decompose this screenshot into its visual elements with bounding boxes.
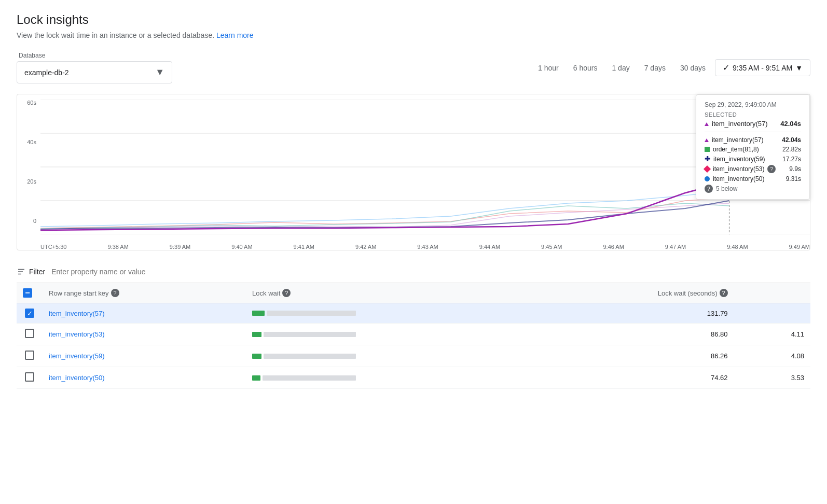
y-label-0: 0: [33, 218, 36, 224]
legend-value-4: 9.9s: [789, 165, 801, 173]
filter-bar: Filter: [17, 261, 810, 283]
tooltip-time: Sep 29, 2022, 9:49:00 AM: [705, 101, 801, 108]
help-icon-five-below[interactable]: ?: [705, 185, 713, 193]
time-btn-1d[interactable]: 1 day: [607, 61, 635, 75]
chart-tooltip: Sep 29, 2022, 9:49:00 AM SELECTED item_i…: [696, 94, 810, 200]
row3-key-cell: item_inventory(59): [43, 345, 246, 367]
bar-gray-1: [267, 311, 356, 316]
y-axis: 60s 40s 20s 0: [17, 94, 40, 250]
row1-key-cell: item_inventory(57): [43, 303, 246, 324]
th-checkbox: −: [17, 283, 43, 303]
row4-checkbox[interactable]: [25, 372, 34, 382]
row2-lockwait-cell: [246, 324, 531, 345]
time-btn-1h[interactable]: 1 hour: [533, 61, 564, 75]
row1-checkbox[interactable]: ✓: [25, 309, 34, 318]
row3-extra-cell: 4.08: [734, 345, 810, 367]
tooltip-selected-value: 42.04s: [780, 120, 801, 128]
legend-name-2: order_item(81,8): [713, 146, 759, 153]
tooltip-legend-section: item_inventory(57) 42.04s order_item(81,…: [705, 136, 801, 193]
legend-name-4: item_inventory(53): [713, 165, 764, 173]
time-btn-30d[interactable]: 30 days: [675, 61, 711, 75]
database-label: Database: [17, 52, 172, 59]
row2-checkbox[interactable]: [25, 329, 34, 338]
filter-icon: [17, 267, 26, 276]
legend-value-3: 17.27s: [782, 156, 801, 163]
y-label-60: 60s: [27, 100, 36, 106]
table-row: ✓ item_inventory(57) 131.79: [17, 303, 810, 324]
x-label-949: 9:49 AM: [789, 244, 810, 250]
time-range-controls: 1 hour 6 hours 1 day 7 days 30 days ✓ 9:…: [533, 59, 810, 76]
th-lock-wait-seconds: Lock wait (seconds) ?: [531, 283, 734, 303]
time-btn-6h[interactable]: 6 hours: [568, 61, 603, 75]
row3-extra-value: 4.08: [791, 352, 804, 360]
selected-time-range: 9:35 AM - 9:51 AM: [733, 64, 792, 72]
row4-extra-cell: 3.53: [734, 367, 810, 389]
tooltip-selected-item-name: item_inventory(57): [705, 120, 776, 128]
row1-seconds-cell: 131.79: [531, 303, 734, 324]
chart-area[interactable]: UTC+5:30 9:38 AM 9:39 AM 9:40 AM 9:41 AM…: [40, 94, 810, 250]
row4-seconds-value: 74.62: [711, 374, 728, 382]
x-label-941: 9:41 AM: [294, 244, 314, 250]
y-label-40: 40s: [27, 139, 36, 145]
row1-lockwait-bar: [252, 311, 356, 316]
bar-green-4: [252, 375, 260, 381]
x-label-utc: UTC+5:30: [40, 244, 66, 250]
tooltip-selected-item: item_inventory(57) 42.04s: [705, 120, 801, 128]
bar-gray-2: [264, 332, 356, 337]
bar-gray-3: [264, 354, 356, 359]
help-icon-legend-4[interactable]: ?: [767, 165, 776, 173]
row3-lockwait-cell: [246, 345, 531, 367]
help-icon-lock-wait[interactable]: ?: [282, 289, 291, 297]
legend-name-1: item_inventory(57): [712, 136, 763, 144]
row3-checkbox-cell: [17, 345, 43, 367]
filter-label: Filter: [29, 268, 45, 276]
row4-key-cell: item_inventory(50): [43, 367, 246, 389]
x-label-945: 9:45 AM: [541, 244, 562, 250]
header-checkbox-minus[interactable]: −: [23, 288, 32, 298]
x-label-940: 9:40 AM: [231, 244, 252, 250]
legend-value-2: 22.82s: [782, 146, 801, 153]
help-icon-lock-wait-seconds[interactable]: ?: [720, 289, 728, 297]
table-row: item_inventory(59) 86.26 4.08: [17, 345, 810, 367]
row1-extra-cell: [734, 303, 810, 324]
filter-input[interactable]: [51, 268, 810, 276]
bar-green-1: [252, 311, 265, 316]
row4-key-link[interactable]: item_inventory(50): [49, 374, 105, 382]
check-icon: ✓: [723, 63, 729, 73]
row2-lockwait-bar: [252, 332, 356, 337]
x-label-947: 9:47 AM: [665, 244, 686, 250]
legend-name-5: item_inventory(50): [713, 175, 764, 183]
learn-more-link[interactable]: Learn more: [216, 31, 254, 39]
help-icon-row-key[interactable]: ?: [111, 289, 119, 297]
y-label-20: 20s: [27, 178, 36, 185]
row3-checkbox[interactable]: [25, 351, 34, 360]
time-range-picker[interactable]: ✓ 9:35 AM - 9:51 AM ▼: [715, 59, 810, 76]
filter-icon-group: Filter: [17, 267, 45, 276]
th-lock-wait: Lock wait ?: [246, 283, 531, 303]
x-axis-labels: UTC+5:30 9:38 AM 9:39 AM 9:40 AM 9:41 AM…: [40, 243, 810, 250]
row3-seconds-value: 86.26: [711, 352, 728, 360]
tooltip-selected-label: SELECTED: [705, 111, 801, 118]
x-label-943: 9:43 AM: [417, 244, 438, 250]
time-range-dropdown-arrow-icon: ▼: [795, 64, 803, 72]
table-body: ✓ item_inventory(57) 131.79: [17, 303, 810, 389]
row1-key-link[interactable]: item_inventory(57): [49, 310, 105, 317]
x-label-942: 9:42 AM: [355, 244, 376, 250]
row2-key-link[interactable]: item_inventory(53): [49, 330, 105, 338]
legend-item-4: item_inventory(53) ? 9.9s: [705, 165, 801, 173]
database-value: example-db-2: [24, 68, 69, 77]
row3-key-link[interactable]: item_inventory(59): [49, 352, 105, 360]
legend-item-2: order_item(81,8) 22.82s: [705, 146, 801, 153]
table-row: item_inventory(53) 86.80 4.11: [17, 324, 810, 345]
controls-row: Database example-db-2 ▼ 1 hour 6 hours 1…: [17, 52, 810, 83]
row1-lockwait-cell: [246, 303, 531, 324]
legend-square-icon-2: [705, 147, 710, 152]
chart-section: 60s 40s 20s 0: [17, 94, 810, 250]
time-btn-7d[interactable]: 7 days: [639, 61, 671, 75]
database-dropdown[interactable]: example-db-2 ▼: [17, 61, 172, 83]
th-extra: [734, 283, 810, 303]
legend-item-3: ✚ item_inventory(59) 17.27s: [705, 155, 801, 163]
legend-item-5: item_inventory(50) 9.31s: [705, 175, 801, 183]
legend-value-1: 42.04s: [782, 136, 801, 144]
legend-triangle-icon-1: [705, 136, 709, 144]
